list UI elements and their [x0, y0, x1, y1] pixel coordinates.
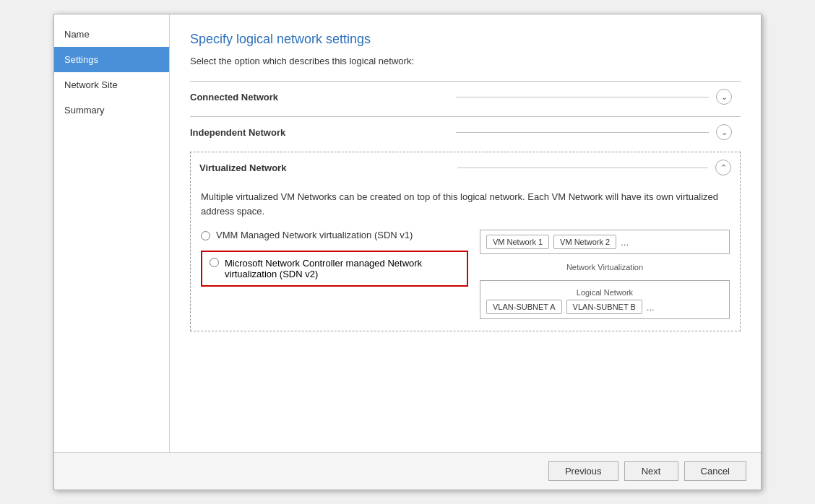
sidebar-item-summary[interactable]: Summary: [54, 97, 169, 123]
vmm-diagram-box: VM Network 1 VM Network 2 ...: [480, 230, 730, 254]
chevron-up-icon: ⌃: [720, 163, 727, 173]
msft-nc-radio[interactable]: [210, 258, 219, 267]
virtualized-network-label: Virtualized Network: [199, 162, 450, 173]
virtualized-network-chevron[interactable]: ⌃: [715, 160, 731, 175]
vmm-managed-radio[interactable]: [201, 231, 210, 240]
vmm-diagram-row: VM Network 1 VM Network 2 ...: [486, 235, 723, 249]
sidebar-item-settings[interactable]: Settings: [54, 47, 169, 72]
vmm-managed-option[interactable]: VMM Managed Network virtualization (SDN …: [201, 230, 468, 240]
chevron-down-icon: ⌄: [721, 92, 728, 102]
network-virtualization-label: Network Virtualization: [480, 260, 730, 274]
vmm-managed-label: VMM Managed Network virtualization (SDN …: [216, 230, 413, 240]
nc-diagram-box: Logical Network VLAN-SUBNET A VLAN-SUBNE…: [480, 280, 730, 319]
dialog-body: Name Settings Network Site Summary Speci…: [54, 14, 761, 452]
logical-network-label: Logical Network: [486, 285, 723, 300]
virtualized-network-content: Multiple virtualized VM Networks can be …: [191, 183, 740, 331]
main-content: Specify logical network settings Select …: [170, 14, 761, 452]
options-panel: VMM Managed Network virtualization (SDN …: [201, 230, 468, 287]
independent-network-label: Independent Network: [190, 127, 443, 138]
msft-nc-label: Microsoft Network Controller managed Net…: [225, 258, 460, 279]
diagram-panel: VM Network 1 VM Network 2 ... Network Vi…: [480, 230, 730, 319]
vlan-subnet-b-chip: VLAN-SUBNET B: [566, 300, 642, 314]
dialog-window: Name Settings Network Site Summary Speci…: [53, 14, 762, 490]
independent-network-line: [456, 132, 709, 133]
independent-network-chevron[interactable]: ⌄: [716, 124, 732, 140]
vm-network-2-chip: VM Network 2: [553, 235, 616, 249]
independent-network-section[interactable]: Independent Network ⌄: [190, 116, 741, 147]
sidebar-item-name[interactable]: Name: [54, 22, 169, 47]
connected-network-section[interactable]: Connected Network ⌄: [190, 81, 741, 112]
sidebar: Name Settings Network Site Summary: [54, 14, 170, 452]
chevron-down-icon-2: ⌄: [721, 128, 728, 137]
options-diagrams: VMM Managed Network virtualization (SDN …: [201, 230, 730, 319]
msft-nc-option-highlighted[interactable]: Microsoft Network Controller managed Net…: [201, 251, 468, 287]
virtualized-network-line: [457, 168, 708, 168]
nc-ellipsis: ...: [647, 302, 655, 313]
nc-diagram-row: VLAN-SUBNET A VLAN-SUBNET B ...: [486, 300, 723, 314]
vm-network-1-chip: VM Network 1: [486, 235, 549, 249]
connected-network-chevron[interactable]: ⌄: [716, 89, 732, 105]
connected-network-line: [456, 97, 709, 97]
vmm-ellipsis: ...: [621, 237, 629, 248]
vlan-subnet-a-chip: VLAN-SUBNET A: [486, 300, 562, 314]
description-text: Select the option which describes this l…: [190, 56, 741, 66]
virtualized-network-section: Virtualized Network ⌃ Multiple virtualiz…: [190, 152, 741, 331]
cancel-button[interactable]: Cancel: [684, 461, 746, 481]
virtualized-network-header[interactable]: Virtualized Network ⌃: [191, 152, 740, 183]
page-title: Specify logical network settings: [190, 32, 741, 47]
vnet-description: Multiple virtualized VM Networks can be …: [201, 190, 730, 218]
dialog-footer: Previous Next Cancel: [54, 452, 761, 490]
next-button[interactable]: Next: [624, 461, 678, 481]
connected-network-label: Connected Network: [190, 92, 443, 103]
sidebar-item-network-site[interactable]: Network Site: [54, 72, 169, 97]
previous-button[interactable]: Previous: [548, 461, 618, 481]
